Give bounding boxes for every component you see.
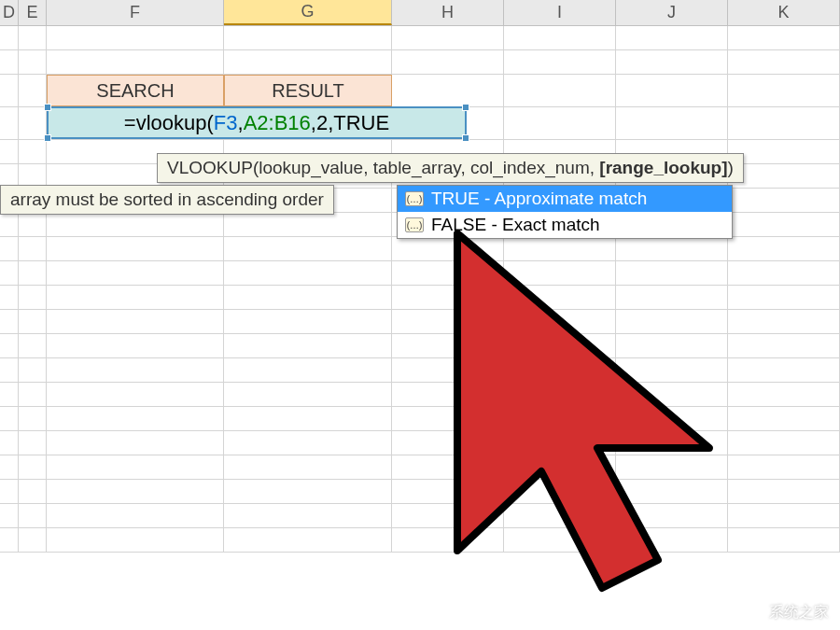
cell[interactable] <box>47 480 224 503</box>
selection-handle-icon[interactable] <box>44 104 51 111</box>
cell[interactable] <box>19 50 47 74</box>
cell[interactable] <box>19 286 47 309</box>
cell[interactable] <box>224 310 392 333</box>
cell[interactable] <box>616 26 728 49</box>
cell[interactable] <box>224 237 392 260</box>
active-formula-cell[interactable]: =vlookup(F3,A2:B16,2,TRUE <box>47 106 467 139</box>
cell[interactable] <box>19 455 47 479</box>
cell[interactable] <box>0 358 19 382</box>
selection-handle-icon[interactable] <box>44 134 51 142</box>
cell[interactable] <box>728 26 840 49</box>
cell[interactable] <box>224 431 392 455</box>
col-header-E[interactable]: E <box>19 0 47 25</box>
cell[interactable] <box>0 455 19 479</box>
cell[interactable] <box>0 383 19 406</box>
cell[interactable] <box>47 455 224 479</box>
cell[interactable] <box>0 213 19 236</box>
col-header-H[interactable]: H <box>392 0 504 25</box>
cell[interactable] <box>728 189 840 212</box>
cell[interactable] <box>504 107 616 139</box>
cell[interactable] <box>19 237 47 260</box>
cell[interactable] <box>224 383 392 406</box>
cell[interactable] <box>392 75 504 106</box>
cell[interactable] <box>224 334 392 357</box>
cell[interactable] <box>19 431 47 455</box>
cell[interactable] <box>19 334 47 357</box>
cell[interactable] <box>504 50 616 74</box>
cell[interactable] <box>47 383 224 406</box>
cell[interactable] <box>224 26 392 49</box>
search-header-cell[interactable]: SEARCH <box>47 75 224 106</box>
cell[interactable] <box>224 407 392 430</box>
cell[interactable] <box>224 213 392 236</box>
cell[interactable] <box>728 107 840 139</box>
cell[interactable] <box>47 26 224 49</box>
cell[interactable] <box>47 50 224 74</box>
cell[interactable] <box>47 261 224 285</box>
cell[interactable] <box>0 107 19 139</box>
cell[interactable] <box>504 75 616 106</box>
cell[interactable] <box>728 75 840 106</box>
cell[interactable] <box>224 286 392 309</box>
cell[interactable] <box>19 75 47 106</box>
cell[interactable] <box>0 407 19 430</box>
cell[interactable] <box>47 286 224 309</box>
cell[interactable] <box>47 407 224 430</box>
cell[interactable] <box>0 480 19 503</box>
cell[interactable] <box>19 310 47 333</box>
cell[interactable] <box>616 50 728 74</box>
cell[interactable] <box>0 528 19 552</box>
cell[interactable] <box>0 504 19 527</box>
cell[interactable] <box>224 358 392 382</box>
cell[interactable] <box>504 26 616 49</box>
cell[interactable] <box>0 286 19 309</box>
selection-handle-icon[interactable] <box>462 134 469 142</box>
cell[interactable] <box>224 528 392 552</box>
cell[interactable] <box>616 107 728 139</box>
cell[interactable] <box>224 261 392 285</box>
cell[interactable] <box>47 358 224 382</box>
col-header-I[interactable]: I <box>504 0 616 25</box>
cell[interactable] <box>728 50 840 74</box>
cell[interactable] <box>47 334 224 357</box>
cell[interactable] <box>0 261 19 285</box>
cell[interactable] <box>19 26 47 49</box>
cell[interactable] <box>47 528 224 552</box>
cell[interactable] <box>19 358 47 382</box>
cell[interactable] <box>224 480 392 503</box>
autocomplete-option-true[interactable]: (…) TRUE - Approximate match <box>398 186 732 212</box>
cell[interactable] <box>392 50 504 74</box>
cell[interactable] <box>728 164 840 188</box>
col-header-J[interactable]: J <box>616 0 728 25</box>
cell[interactable] <box>19 213 47 236</box>
cell[interactable] <box>728 140 840 163</box>
col-header-G[interactable]: G <box>224 0 392 25</box>
formula-text[interactable]: =vlookup(F3,A2:B16,2,TRUE <box>124 111 389 135</box>
cell[interactable] <box>0 26 19 49</box>
col-header-K[interactable]: K <box>728 0 840 25</box>
cell[interactable] <box>47 431 224 455</box>
cell[interactable] <box>47 310 224 333</box>
col-header-D[interactable]: D <box>0 0 19 25</box>
cell[interactable] <box>0 140 19 163</box>
col-header-F[interactable]: F <box>47 0 224 25</box>
cell[interactable] <box>0 334 19 357</box>
cell[interactable] <box>616 75 728 106</box>
cell[interactable] <box>224 504 392 527</box>
result-header-cell[interactable]: RESULT <box>224 75 392 106</box>
cell[interactable] <box>19 140 47 163</box>
cell[interactable] <box>19 407 47 430</box>
cell[interactable] <box>47 213 224 236</box>
cell[interactable] <box>19 261 47 285</box>
cell[interactable] <box>19 528 47 552</box>
cell[interactable] <box>19 383 47 406</box>
cell[interactable] <box>19 504 47 527</box>
cell[interactable] <box>0 75 19 106</box>
cell[interactable] <box>47 237 224 260</box>
cell[interactable] <box>0 310 19 333</box>
selection-handle-icon[interactable] <box>462 104 469 111</box>
cell[interactable] <box>224 455 392 479</box>
cell[interactable] <box>0 237 19 260</box>
cell[interactable] <box>0 50 19 74</box>
cell[interactable] <box>19 480 47 503</box>
